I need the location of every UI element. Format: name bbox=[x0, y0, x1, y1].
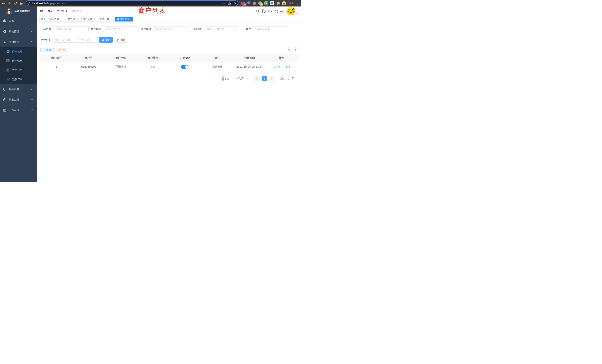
svg-text:⌘: ⌘ bbox=[253, 2, 256, 4]
svg-text:y: y bbox=[266, 2, 267, 5]
